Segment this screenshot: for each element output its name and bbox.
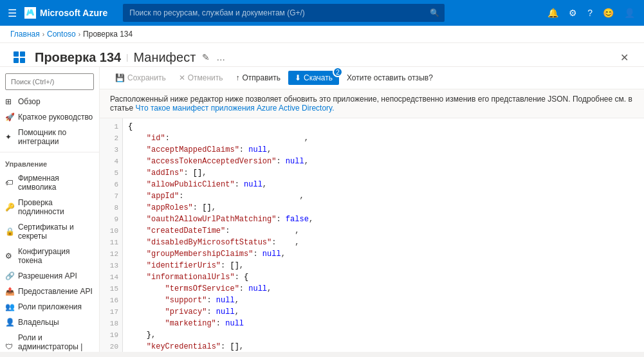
- manage-section-header: Управление: [0, 155, 99, 170]
- close-button[interactable]: ✕: [615, 49, 634, 66]
- sidebar-item-label: Помощник по интеграции: [18, 128, 94, 146]
- app-icon: [10, 48, 28, 66]
- code-content[interactable]: { "id": , "acceptMappedClaims": null, "a…: [123, 118, 644, 352]
- api-icon: 🔗: [5, 271, 14, 280]
- breadcrumb-current: Проверка 134: [83, 30, 133, 39]
- sidebar-item-integration[interactable]: ✦ Помощник по интеграции: [0, 125, 99, 149]
- json-editor[interactable]: 1234567891011121314151617181920212223242…: [100, 118, 644, 352]
- topbar-icons: 🔔 ⚙ ? 😊 👤: [544, 5, 639, 21]
- sidebar-item-token-config[interactable]: ⚙ Конфигурация токена: [0, 244, 99, 268]
- send-button[interactable]: ↑ Отправить: [230, 71, 286, 85]
- more-icon[interactable]: …: [215, 51, 226, 64]
- admin-icon: 🛡: [5, 342, 14, 351]
- edit-icon[interactable]: ✎: [201, 51, 211, 64]
- description-link[interactable]: Что такое манифест приложения Azure Acti…: [136, 104, 335, 113]
- sidebar-item-label: Конфигурация токена: [18, 247, 94, 265]
- svg-rect-2: [14, 58, 19, 63]
- breadcrumb-contoso[interactable]: Contoso: [47, 30, 76, 39]
- sidebar-item-label: Владельцы: [18, 318, 59, 327]
- description-bar: Расположенный ниже редактор ниже позволя…: [100, 89, 644, 118]
- grid-icon: ⊞: [5, 97, 14, 106]
- save-icon: 💾: [115, 73, 125, 82]
- breadcrumb-home[interactable]: Главная: [10, 30, 40, 39]
- token-icon: ⚙: [5, 252, 14, 261]
- svg-rect-3: [20, 58, 25, 63]
- sidebar: ⊞ Обзор 🚀 Краткое руководство ✦ Помощник…: [0, 67, 100, 352]
- profile-icon[interactable]: 👤: [620, 5, 639, 21]
- download-badge: 2: [333, 67, 343, 77]
- feedback-link[interactable]: Хотите оставить отзыв?: [347, 73, 433, 82]
- page-header-actions: ✎ …: [201, 51, 226, 64]
- rocket-icon: 🚀: [5, 113, 14, 122]
- sidebar-item-branding[interactable]: 🏷 Фирменная символика: [0, 170, 99, 195]
- search-input[interactable]: [123, 4, 445, 22]
- breadcrumb: Главная › Contoso › Проверка 134: [0, 26, 644, 43]
- logo: Microsoft Azure: [24, 7, 107, 19]
- roles-icon: 👥: [5, 302, 14, 311]
- sidebar-item-certs[interactable]: 🔒 Сертификаты и секреты: [0, 219, 99, 244]
- sidebar-item-quickstart[interactable]: 🚀 Краткое руководство: [0, 109, 99, 125]
- content-area: 💾 Сохранить ✕ Отменить ↑ Отправить ⬇ Ска…: [100, 67, 644, 352]
- sidebar-item-label: Роли и администраторы | пре...: [18, 333, 94, 352]
- azure-logo-icon: [24, 7, 36, 19]
- sidebar-item-label: Сертификаты и секреты: [18, 223, 94, 241]
- help-icon[interactable]: ?: [584, 5, 596, 21]
- settings-icon[interactable]: ⚙: [565, 5, 581, 21]
- breadcrumb-sep-1: ›: [42, 31, 44, 38]
- brand-icon: 🏷: [5, 178, 14, 187]
- wand-icon: ✦: [5, 133, 14, 142]
- toolbar: 💾 Сохранить ✕ Отменить ↑ Отправить ⬇ Ска…: [100, 67, 644, 89]
- search-bar: 🔍: [123, 4, 445, 22]
- sidebar-item-api-expose[interactable]: 📤 Предоставление API: [0, 284, 99, 299]
- feedback-icon[interactable]: 😊: [599, 5, 618, 21]
- cancel-button[interactable]: ✕ Отменить: [174, 71, 228, 85]
- page-header: Проверка 134 | Манифест ✎ … ✕: [0, 43, 644, 67]
- breadcrumb-sep-2: ›: [78, 31, 80, 38]
- title-separator: |: [126, 53, 128, 62]
- sidebar-search-wrap: [0, 69, 99, 94]
- sidebar-item-api-perms[interactable]: 🔗 Разрешения API: [0, 268, 99, 284]
- sidebar-item-overview[interactable]: ⊞ Обзор: [0, 94, 99, 109]
- logo-text: Microsoft Azure: [40, 8, 107, 18]
- sidebar-item-label: Фирменная символика: [18, 174, 94, 192]
- sidebar-item-label: Краткое руководство: [18, 113, 93, 122]
- notifications-icon[interactable]: 🔔: [544, 5, 562, 21]
- main-layout: ⊞ Обзор 🚀 Краткое руководство ✦ Помощник…: [0, 67, 644, 352]
- page-subtitle: Манифест: [133, 50, 196, 65]
- sidebar-item-label: Обзор: [18, 97, 41, 106]
- topbar: ☰ Microsoft Azure 🔍 🔔 ⚙ ? 😊 👤: [0, 0, 644, 26]
- sidebar-item-label: Предоставление API: [18, 287, 93, 296]
- sidebar-item-roles-admin[interactable]: 🛡 Роли и администраторы | пре...: [0, 330, 99, 352]
- cancel-icon: ✕: [179, 73, 185, 82]
- sidebar-item-label: Роли приложения: [18, 302, 82, 311]
- sidebar-item-label: Разрешения API: [18, 271, 77, 280]
- owners-icon: 👤: [5, 318, 14, 327]
- svg-rect-1: [20, 51, 25, 57]
- line-numbers: 1234567891011121314151617181920212223242…: [100, 118, 123, 352]
- sidebar-search-input[interactable]: [5, 73, 94, 90]
- save-button[interactable]: 💾 Сохранить: [110, 71, 171, 85]
- sidebar-divider-1: [0, 152, 99, 152]
- auth-icon: 🔑: [5, 203, 14, 212]
- cert-icon: 🔒: [5, 227, 14, 236]
- sidebar-item-app-roles[interactable]: 👥 Роли приложения: [0, 299, 99, 315]
- search-icon: 🔍: [430, 8, 439, 17]
- page-title: Проверка 134: [35, 50, 121, 65]
- send-icon: ↑: [235, 73, 239, 82]
- provide-icon: 📤: [5, 287, 14, 296]
- download-button[interactable]: ⬇ Скачать 2: [288, 71, 339, 85]
- sidebar-item-auth[interactable]: 🔑 Проверка подлинности: [0, 195, 99, 219]
- download-icon: ⬇: [295, 73, 301, 82]
- sidebar-item-label: Проверка подлинности: [18, 198, 94, 216]
- svg-rect-0: [14, 51, 19, 57]
- sidebar-item-owners[interactable]: 👤 Владельцы: [0, 315, 99, 330]
- hamburger-icon[interactable]: ☰: [5, 5, 19, 22]
